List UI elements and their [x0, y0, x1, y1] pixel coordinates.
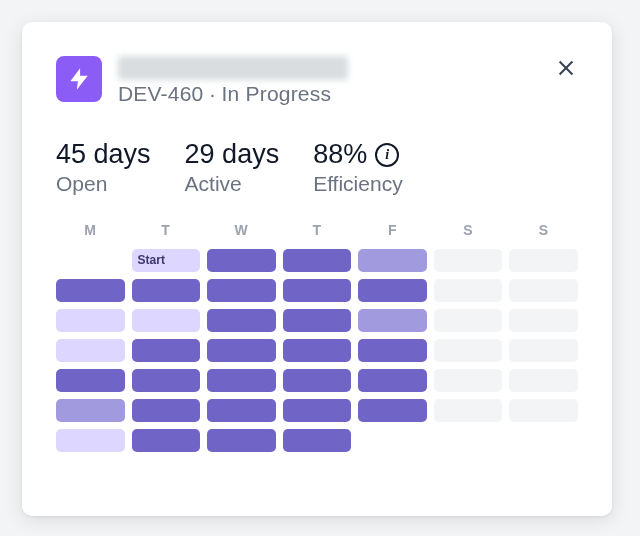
calendar-cell: Start: [132, 249, 201, 272]
stat-open-value: 45 days: [56, 140, 151, 170]
calendar-row: Start: [56, 249, 578, 272]
day-header: W: [207, 222, 276, 238]
day-header: S: [434, 222, 503, 238]
calendar-cell: [434, 369, 503, 392]
stat-efficiency-label: Efficiency: [313, 172, 403, 196]
calendar-cell: [434, 249, 503, 272]
calendar-cell: [509, 369, 578, 392]
calendar-cell: [509, 339, 578, 362]
calendar-cell: [283, 429, 352, 452]
stats-row: 45 days Open 29 days Active 88% i Effici…: [56, 140, 578, 196]
calendar-row: [56, 399, 578, 422]
calendar-cell: [434, 279, 503, 302]
card-header: DEV-460 · In Progress: [56, 56, 578, 106]
title-block: DEV-460 · In Progress: [118, 56, 578, 106]
calendar-cell: [358, 399, 427, 422]
task-card: DEV-460 · In Progress 45 days Open 29 da…: [22, 22, 612, 516]
app-icon: [56, 56, 102, 102]
calendar-cell: [434, 429, 503, 452]
calendar-cell: [56, 399, 125, 422]
calendar-cell: [56, 429, 125, 452]
calendar-cell: [509, 399, 578, 422]
calendar-cell: [283, 309, 352, 332]
calendar-cell: [207, 429, 276, 452]
close-icon: [555, 57, 577, 79]
calendar-cell: [434, 339, 503, 362]
stat-efficiency: 88% i Efficiency: [313, 140, 403, 196]
calendar-row: [56, 279, 578, 302]
calendar-cell: [434, 399, 503, 422]
task-id: DEV-460: [118, 82, 203, 105]
close-button[interactable]: [550, 52, 582, 84]
task-subtitle: DEV-460 · In Progress: [118, 82, 578, 106]
calendar-cell: [207, 339, 276, 362]
calendar-cell: [358, 369, 427, 392]
stat-active: 29 days Active: [185, 140, 280, 196]
calendar-row: [56, 339, 578, 362]
calendar-cell: [509, 279, 578, 302]
day-header: T: [283, 222, 352, 238]
calendar-cell: [207, 279, 276, 302]
calendar-cell: [132, 429, 201, 452]
subtitle-separator: ·: [203, 82, 221, 105]
info-icon[interactable]: i: [375, 143, 399, 167]
activity-calendar: M T W T F S S Start: [56, 222, 578, 452]
calendar-cell: [283, 249, 352, 272]
day-header: S: [509, 222, 578, 238]
stat-active-label: Active: [185, 172, 280, 196]
calendar-cell: [283, 369, 352, 392]
day-header: F: [358, 222, 427, 238]
calendar-cell: [132, 399, 201, 422]
calendar-row: [56, 429, 578, 452]
day-header: T: [132, 222, 201, 238]
calendar-cell: [207, 309, 276, 332]
calendar-cell: [283, 279, 352, 302]
stat-open: 45 days Open: [56, 140, 151, 196]
calendar-cell: [207, 399, 276, 422]
calendar-cell: [132, 279, 201, 302]
calendar-cell: [207, 369, 276, 392]
calendar-cell: [509, 309, 578, 332]
calendar-cell: [207, 249, 276, 272]
calendar-body: Start: [56, 249, 578, 452]
day-header: M: [56, 222, 125, 238]
calendar-row: [56, 369, 578, 392]
calendar-row: [56, 309, 578, 332]
lightning-icon: [66, 66, 92, 92]
calendar-cell: [358, 339, 427, 362]
calendar-cell: [132, 309, 201, 332]
stat-open-label: Open: [56, 172, 151, 196]
calendar-cell: [56, 309, 125, 332]
calendar-cell: [358, 309, 427, 332]
task-status: In Progress: [222, 82, 332, 105]
calendar-cell: [358, 279, 427, 302]
stat-active-value: 29 days: [185, 140, 280, 170]
stat-efficiency-number: 88%: [313, 140, 367, 170]
calendar-day-header: M T W T F S S: [56, 222, 578, 238]
calendar-cell: [358, 429, 427, 452]
calendar-cell: [132, 369, 201, 392]
calendar-cell: [509, 249, 578, 272]
calendar-cell: [56, 249, 125, 272]
start-label: Start: [138, 253, 165, 267]
calendar-cell: [283, 399, 352, 422]
calendar-cell: [56, 279, 125, 302]
task-title-redacted: [118, 56, 348, 80]
calendar-cell: [509, 429, 578, 452]
calendar-cell: [358, 249, 427, 272]
calendar-cell: [434, 309, 503, 332]
calendar-cell: [283, 339, 352, 362]
calendar-cell: [132, 339, 201, 362]
stat-efficiency-value: 88% i: [313, 140, 403, 170]
calendar-cell: [56, 369, 125, 392]
calendar-cell: [56, 339, 125, 362]
